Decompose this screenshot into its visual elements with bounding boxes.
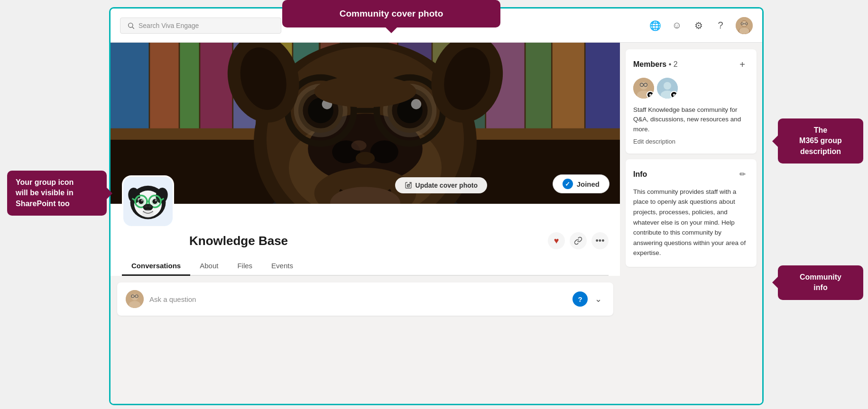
edit-description-link[interactable]: Edit description — [633, 138, 749, 145]
search-icon — [127, 22, 135, 29]
svg-point-41 — [370, 140, 398, 163]
svg-point-87 — [144, 205, 148, 208]
tab-events[interactable]: Events — [262, 257, 303, 276]
svg-point-86 — [143, 204, 153, 211]
community-actions: ♥ ••• — [548, 232, 609, 249]
tab-files[interactable]: Files — [228, 257, 262, 276]
joined-label: Joined — [577, 180, 600, 188]
cover-photo-area: Update cover photo ✓ Joined — [111, 43, 620, 204]
svg-rect-25 — [526, 43, 551, 129]
post-ask-area: Ask a question ? ⌄ — [117, 282, 613, 316]
tooltip-community-info: Community info — [778, 265, 863, 300]
svg-rect-27 — [586, 43, 620, 129]
tooltip-m365-description: The M365 group description — [778, 118, 863, 164]
svg-point-0 — [129, 23, 133, 27]
svg-rect-12 — [150, 43, 178, 129]
members-card-header: Members • 2 + — [633, 58, 749, 71]
main-content: Update cover photo ✓ Joined — [111, 43, 762, 404]
app-container: Search Viva Engage 🌐 ☺ ⚙ ? — [109, 7, 764, 405]
svg-point-90 — [142, 210, 154, 218]
tab-about[interactable]: About — [190, 257, 228, 276]
ask-right-icons: ? ⌄ — [573, 291, 605, 307]
help-icon[interactable]: ? — [714, 19, 727, 32]
cover-photo-svg — [111, 43, 620, 204]
tab-conversations[interactable]: Conversations — [122, 257, 190, 276]
svg-rect-13 — [180, 43, 199, 129]
members-count: • 2 — [669, 60, 678, 68]
community-name: Knowledge Base — [189, 234, 542, 248]
members-card: Members • 2 + — [626, 49, 757, 154]
svg-point-84 — [141, 200, 143, 201]
add-member-button[interactable]: + — [736, 58, 749, 71]
globe-icon[interactable]: 🌐 — [648, 19, 662, 32]
svg-point-104 — [664, 82, 671, 90]
svg-point-88 — [148, 205, 152, 208]
right-sidebar: Members • 2 + — [620, 43, 762, 404]
svg-rect-26 — [553, 43, 584, 129]
top-bar-icons: 🌐 ☺ ⚙ ? — [648, 17, 753, 34]
emoji-icon[interactable]: ☺ — [670, 19, 683, 32]
chevron-down-icon[interactable]: ⌄ — [591, 292, 605, 306]
community-description: Staff Knowledge base community for Q&A, … — [633, 105, 749, 134]
settings-icon[interactable]: ⚙ — [692, 19, 705, 32]
svg-point-82 — [139, 199, 143, 204]
info-body: This community provides staff with a pla… — [633, 187, 749, 258]
members-title: Members — [633, 60, 666, 68]
svg-rect-14 — [200, 43, 232, 129]
svg-line-1 — [132, 27, 134, 29]
user-avatar[interactable] — [736, 17, 753, 34]
community-name-row: Knowledge Base ♥ ••• — [122, 204, 609, 254]
ask-question-placeholder[interactable]: Ask a question — [149, 295, 567, 303]
update-cover-photo-label: Update cover photo — [416, 182, 478, 189]
info-card: Info ✏ This community provides staff wit… — [626, 159, 757, 267]
svg-point-85 — [155, 200, 157, 201]
like-button[interactable]: ♥ — [548, 232, 565, 249]
link-button[interactable] — [570, 232, 587, 249]
svg-point-55 — [411, 99, 421, 109]
info-card-header: Info ✏ — [633, 168, 749, 181]
tooltip-group-icon: Your group icon will be visible in Share… — [7, 171, 107, 216]
search-input-placeholder: Search Viva Engage — [139, 22, 199, 29]
update-cover-photo-button[interactable]: Update cover photo — [395, 177, 487, 193]
question-icon-btn[interactable]: ? — [573, 291, 588, 307]
admin-badge-2: ★ — [670, 91, 678, 99]
svg-point-43 — [351, 140, 366, 150]
svg-rect-11 — [111, 43, 149, 129]
more-options-button[interactable]: ••• — [591, 232, 609, 249]
svg-point-83 — [152, 199, 157, 204]
search-bar[interactable]: Search Viva Engage — [120, 18, 281, 34]
edit-info-button[interactable]: ✏ — [736, 168, 749, 181]
community-panel: Update cover photo ✓ Joined — [111, 43, 620, 404]
group-icon — [122, 175, 174, 227]
member-avatar-1[interactable]: ★ — [633, 78, 654, 99]
member-avatars: ★ ★ — [633, 78, 749, 99]
admin-badge-1: ★ — [646, 91, 654, 99]
post-user-avatar — [126, 290, 144, 308]
svg-point-42 — [356, 152, 375, 164]
tooltip-cover-photo: Community cover photo — [282, 0, 500, 27]
joined-check-icon: ✓ — [563, 179, 573, 189]
svg-point-59 — [314, 75, 416, 107]
community-identity: Knowledge Base ♥ ••• Conve — [111, 204, 620, 276]
joined-button[interactable]: ✓ Joined — [553, 174, 609, 193]
info-title: Info — [633, 170, 647, 179]
community-tabs: Conversations About Files Events — [122, 257, 609, 276]
member-avatar-2[interactable]: ★ — [657, 78, 678, 99]
svg-point-6 — [739, 27, 749, 34]
